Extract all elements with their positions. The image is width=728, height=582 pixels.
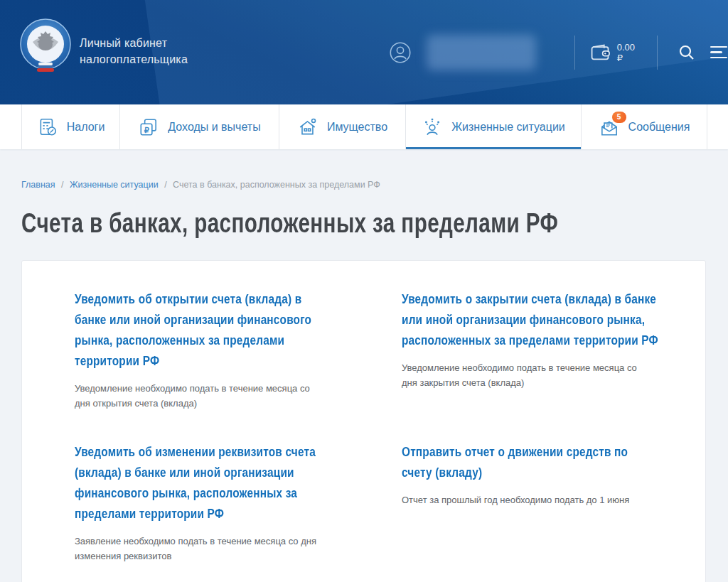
- income-icon: ₽: [138, 117, 159, 138]
- tab-property[interactable]: Имущество: [279, 104, 405, 149]
- wallet-balance-button[interactable]: 0.00 ₽: [591, 42, 643, 63]
- wallet-amount: 0.00 ₽: [617, 42, 643, 63]
- tab-label: Сообщения: [628, 121, 690, 134]
- action-desc: Заявление необходимо подать в течение ме…: [75, 534, 325, 564]
- app-header: Личный кабинет налогоплательщика: [0, 0, 728, 104]
- app-title-line2: налогоплательщика: [80, 51, 188, 68]
- app-title: Личный кабинет налогоплательщика: [80, 35, 188, 68]
- action-desc: Уведомление необходимо подать в течение …: [75, 381, 325, 411]
- property-icon: [297, 117, 318, 138]
- header-actions: 0.00 ₽: [390, 0, 728, 104]
- tab-label: Налоги: [67, 121, 105, 134]
- search-icon[interactable]: [678, 43, 696, 62]
- breadcrumb-separator: /: [61, 180, 63, 190]
- action-desc: Отчет за прошлый год необходимо подать д…: [402, 492, 652, 507]
- actions-card: Уведомить об открытии счета (вклада) в б…: [21, 260, 706, 582]
- main-nav: Налоги ₽ Доходы и вычеты: [0, 104, 728, 149]
- header-divider: [574, 36, 575, 70]
- tab-taxes[interactable]: Налоги: [21, 104, 119, 149]
- tab-income-deductions[interactable]: ₽ Доходы и вычеты: [119, 104, 279, 149]
- tab-label: Жизненные ситуации: [451, 121, 565, 134]
- tab-label: Имущество: [327, 121, 387, 134]
- breadcrumb: Главная / Жизненные ситуации / Счета в б…: [21, 180, 707, 190]
- life-situations-icon: [422, 117, 443, 138]
- action-notify-account-closing: Уведомить о закрытии счета (вклада) в ба…: [402, 289, 697, 411]
- breadcrumb-home[interactable]: Главная: [21, 180, 55, 190]
- breadcrumb-life-situations[interactable]: Жизненные ситуации: [70, 180, 159, 190]
- breadcrumb-separator: /: [164, 180, 166, 190]
- tab-life-situations[interactable]: Жизненные ситуации: [405, 104, 581, 149]
- action-link-close-account[interactable]: Уведомить о закрытии счета (вклада) в ба…: [402, 289, 661, 351]
- action-notify-account-opening: Уведомить об открытии счета (вклада) в б…: [75, 289, 370, 411]
- action-link-open-account[interactable]: Уведомить об открытии счета (вклада) в б…: [75, 289, 334, 372]
- action-desc: Уведомление необходимо подать в течение …: [402, 360, 652, 390]
- messages-icon: 5: [599, 117, 620, 138]
- page: Личный кабинет налогоплательщика: [0, 0, 728, 582]
- app-title-line1: Личный кабинет: [80, 35, 188, 51]
- action-notify-details-change: Уведомить об изменении реквизитов счета …: [75, 442, 370, 564]
- svg-text:₽: ₽: [144, 125, 149, 134]
- user-name-redacted[interactable]: [427, 35, 536, 70]
- wallet-icon: [591, 43, 610, 62]
- header-divider: [657, 36, 658, 70]
- fns-emblem-icon[interactable]: [20, 18, 71, 78]
- tab-messages[interactable]: 5 Сообщения: [581, 104, 707, 149]
- action-send-funds-report: Отправить отчет о движении средств по сч…: [402, 442, 697, 564]
- main-content: Главная / Жизненные ситуации / Счета в б…: [0, 149, 728, 582]
- user-avatar-icon[interactable]: [390, 42, 411, 63]
- action-link-funds-report[interactable]: Отправить отчет о движении средств по сч…: [402, 442, 661, 483]
- taxes-icon: [37, 117, 58, 138]
- messages-badge: 5: [612, 112, 626, 123]
- breadcrumb-current: Счета в банках, расположенных за предела…: [173, 180, 380, 190]
- hamburger-menu-icon[interactable]: [710, 43, 728, 62]
- action-link-change-details[interactable]: Уведомить об изменении реквизитов счета …: [75, 442, 334, 524]
- tab-label: Доходы и вычеты: [168, 121, 260, 134]
- page-title: Счета в банках, расположенных за предела…: [21, 208, 556, 239]
